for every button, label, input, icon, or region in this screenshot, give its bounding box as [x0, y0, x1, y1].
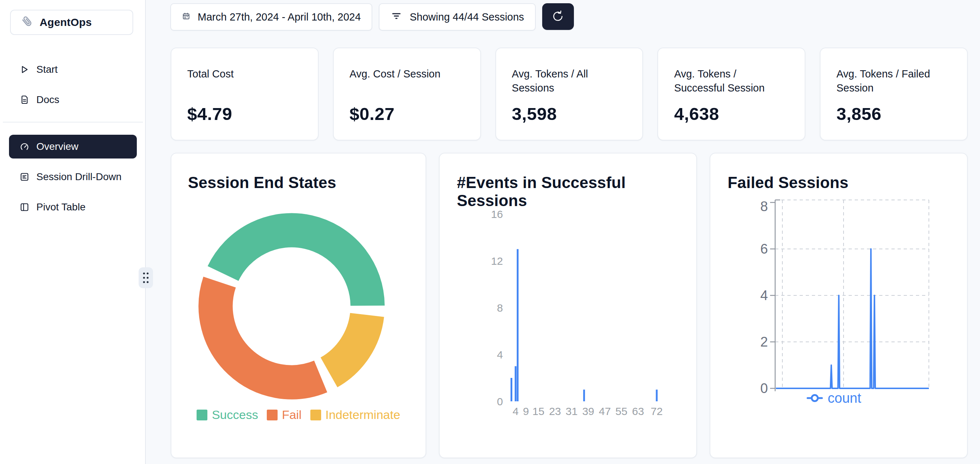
gauge-icon: [20, 142, 29, 151]
paperclip-logo-icon: [19, 14, 35, 30]
bar-x72[interactable]: [656, 390, 658, 402]
charts-row: Session End States Success Fail Indeterm…: [171, 153, 968, 458]
legend-label: Indeterminate: [326, 408, 400, 422]
chart-title: Failed Sessions: [728, 174, 849, 192]
main-content: March 27th, 2024 - April 10th, 2024 Show…: [146, 0, 980, 464]
calendar-icon: [182, 11, 191, 23]
legend-label: Success: [212, 408, 258, 422]
x-tick-label: 9: [523, 405, 529, 417]
x-tick-label: 15: [533, 405, 544, 417]
session-filter-button[interactable]: Showing 44/44 Sessions: [379, 3, 536, 30]
bar-x37[interactable]: [583, 390, 585, 402]
y-tick-label: 12: [491, 255, 503, 267]
filter-lines-icon: [390, 10, 402, 24]
legend-series-label[interactable]: count: [828, 391, 861, 406]
refresh-button[interactable]: [542, 3, 574, 30]
x-tick-label: 23: [549, 405, 561, 417]
legend-item-fail[interactable]: Fail: [267, 408, 302, 422]
sidebar-item-label: Overview: [37, 141, 78, 152]
sidebar-item-start[interactable]: Start: [9, 57, 137, 81]
stat-card-avg-tokens-failed: Avg. Tokens / Failed Session 3,856: [820, 48, 968, 140]
x-tick-label: 55: [615, 405, 627, 417]
sidebar-item-overview[interactable]: Overview: [9, 135, 137, 158]
sidebar: AgentOps Start Docs: [0, 0, 146, 464]
y-tick-label: 6: [760, 241, 768, 257]
stat-card-avg-cost-session: Avg. Cost / Session $0.27: [333, 48, 481, 140]
brand-name: AgentOps: [40, 16, 92, 29]
date-range-label: March 27th, 2024 - April 10th, 2024: [198, 11, 361, 23]
bar-x4[interactable]: [515, 367, 517, 402]
stat-label: Avg. Cost / Session: [350, 67, 465, 81]
grip-dots-icon: [142, 271, 150, 285]
play-icon: [20, 65, 29, 74]
sidebar-resize-handle[interactable]: [138, 267, 153, 288]
x-tick-label: 47: [599, 405, 611, 417]
refresh-icon: [551, 9, 565, 24]
sidebar-item-session-drill-down[interactable]: Session Drill-Down: [9, 165, 137, 189]
chart-title: Session End States: [188, 174, 336, 192]
y-tick-label: 8: [497, 302, 503, 314]
stat-label: Avg. Tokens / All Sessions: [512, 67, 627, 95]
y-tick-label: 0: [497, 395, 503, 407]
x-tick-label: 39: [582, 405, 594, 417]
stat-cards-row: Total Cost $4.79 Avg. Cost / Session $0.…: [171, 48, 968, 140]
y-tick-label: 16: [491, 208, 503, 220]
sidebar-item-label: Pivot Table: [37, 201, 85, 213]
donut-chart: [198, 212, 385, 400]
sidebar-item-docs[interactable]: Docs: [9, 88, 137, 112]
count-series-line[interactable]: [776, 249, 929, 388]
brand-logo[interactable]: AgentOps: [10, 10, 133, 35]
sidebar-item-pivot-table[interactable]: Pivot Table: [9, 195, 137, 219]
file-text-icon: [20, 95, 29, 104]
legend-item-indeterminate[interactable]: Indeterminate: [310, 408, 400, 422]
sidebar-item-label: Docs: [37, 94, 59, 105]
x-tick-label: 31: [566, 405, 578, 417]
stat-value: $0.27: [350, 104, 465, 124]
stat-value: $4.79: [187, 104, 302, 124]
stat-label: Total Cost: [187, 67, 302, 81]
stat-value: 3,598: [512, 104, 627, 124]
stat-card-avg-tokens-all: Avg. Tokens / All Sessions 3,598: [495, 48, 643, 140]
session-end-states-card: Session End States Success Fail Indeterm…: [171, 153, 426, 458]
events-bar-chart: 0481216491523313947556372: [457, 204, 684, 427]
failed-sessions-card: Failed Sessions 02468count: [710, 153, 968, 458]
stat-label: Avg. Tokens / Failed Session: [836, 67, 951, 95]
legend-swatch-indeterminate: [310, 410, 321, 420]
y-tick-label: 8: [760, 199, 768, 214]
legend-item-success[interactable]: Success: [197, 408, 258, 422]
sidebar-item-label: Session Drill-Down: [37, 171, 122, 183]
stat-card-avg-tokens-successful: Avg. Tokens / Successful Session 4,638: [657, 48, 805, 140]
date-range-button[interactable]: March 27th, 2024 - April 10th, 2024: [170, 3, 372, 30]
donut-slice-fail[interactable]: [216, 282, 321, 382]
sidebar-divider: [3, 122, 143, 123]
x-tick-label: 63: [632, 405, 644, 417]
stat-value: 4,638: [674, 104, 789, 124]
y-tick-label: 4: [760, 288, 768, 303]
y-tick-label: 2: [760, 334, 768, 349]
list-box-icon: [20, 172, 29, 182]
y-tick-label: 4: [497, 349, 503, 360]
topbar: March 27th, 2024 - April 10th, 2024 Show…: [170, 3, 574, 30]
donut-legend: Success Fail Indeterminate: [171, 408, 426, 422]
sidebar-nav: Start Docs Overview: [0, 57, 146, 225]
stat-card-total-cost: Total Cost $4.79: [171, 48, 319, 140]
stat-label: Avg. Tokens / Successful Session: [674, 67, 789, 95]
donut-slice-success[interactable]: [223, 230, 368, 306]
sidebar-item-label: Start: [37, 64, 57, 75]
y-tick-label: 0: [760, 381, 768, 396]
session-filter-label: Showing 44/44 Sessions: [410, 11, 524, 23]
events-in-successful-sessions-card: #Events in Successful Sessions 048121649…: [439, 153, 697, 458]
legend-marker-icon: [812, 395, 818, 401]
bar-x2[interactable]: [511, 378, 512, 401]
legend-swatch-success: [197, 410, 207, 420]
layout-sidebar-icon: [20, 203, 29, 212]
legend-label: Fail: [282, 408, 302, 422]
failed-sessions-line-chart: 02468count: [728, 197, 955, 420]
x-tick-label: 4: [513, 405, 519, 417]
legend-swatch-fail: [267, 410, 278, 420]
bar-x5[interactable]: [517, 249, 519, 402]
donut-slice-indeterminate[interactable]: [329, 315, 367, 372]
x-tick-label: 72: [651, 405, 662, 417]
stat-value: 3,856: [836, 104, 951, 124]
